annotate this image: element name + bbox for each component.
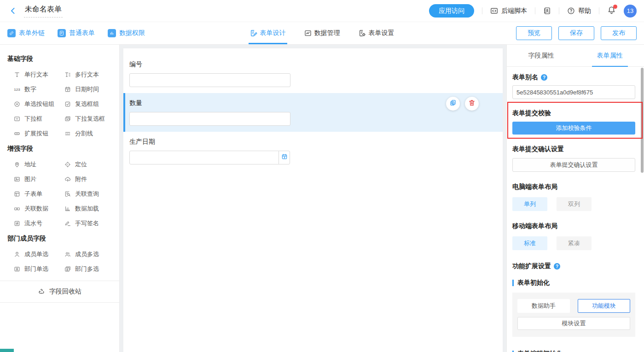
layout-option[interactable]: 单列 [512, 197, 547, 211]
form-field-row[interactable]: 生产日期 [123, 132, 503, 170]
toolbar-action-button[interactable]: 保存 [558, 26, 594, 40]
address-icon [14, 161, 20, 168]
palette-field-item[interactable]: 成员多选 [64, 247, 119, 262]
recycle-label: 字段回收站 [49, 287, 81, 296]
toolbar-left-group: 表单外链 普通表单 数据权限 [7, 29, 145, 37]
init-tab[interactable]: 数据助手 [517, 299, 570, 313]
dept-single-icon [14, 266, 20, 272]
design-icon [250, 29, 257, 37]
mobile-layout-options: 标准 紧凑 [512, 236, 635, 250]
palette-field-item[interactable]: 成员单选 [14, 247, 64, 262]
serial-number-icon [14, 220, 20, 227]
doc-icon [58, 29, 66, 37]
module-settings-button[interactable]: 模块设置 [517, 317, 630, 330]
palette-field-item[interactable]: 地址 [14, 157, 64, 172]
form-designer-app: 未命名表单 应用访问 后端脚本 帮助 13 [0, 0, 644, 352]
main-tab[interactable]: 表单设置 [359, 22, 395, 44]
notification-dot [613, 5, 617, 9]
help-icon[interactable]: ? [554, 263, 560, 270]
palette-field-label: 日期时间 [75, 85, 99, 94]
form-field-row-selected[interactable]: 数量 [123, 93, 503, 132]
palette-field-label: 数字 [24, 85, 36, 94]
field-text-input[interactable] [129, 73, 290, 87]
add-validation-button[interactable]: 添加校验条件 [512, 122, 635, 135]
palette-field-item[interactable]: 多行文本 [64, 67, 119, 82]
submit-confirm-button[interactable]: 表单提交确认设置 [512, 158, 635, 172]
multi-line-text-icon [64, 71, 71, 78]
question-circle-icon [567, 7, 575, 15]
extension-settings-label: 功能扩展设置 [512, 262, 551, 270]
toolbar-link[interactable]: 表单外链 [7, 29, 45, 37]
calendar-picker-button[interactable] [278, 151, 290, 164]
multi-select-icon [64, 116, 71, 122]
help-icon[interactable]: ? [541, 74, 547, 81]
section-title-enhanced: 增强字段 [0, 141, 119, 157]
palette-field-item[interactable]: 子表单 [14, 187, 64, 201]
basic-fields-grid: 单行文本 多行文本 123 数字 日期时间 [0, 67, 119, 141]
notification-bell-icon[interactable] [607, 6, 616, 16]
panel-scrollbar[interactable] [641, 68, 644, 173]
section-title-basic: 基础字段 [0, 51, 119, 67]
palette-field-item[interactable]: 部门多选 [64, 262, 119, 276]
palette-field-item[interactable]: 123 数字 [14, 82, 64, 97]
backend-script-button[interactable]: 后端脚本 [490, 7, 527, 15]
init-tab[interactable]: 功能模块 [578, 299, 630, 313]
palette-field-item[interactable]: 数据加载 [64, 201, 119, 216]
contacts-icon[interactable] [543, 7, 551, 15]
palette-field-item[interactable]: 流水号 [14, 216, 64, 231]
layout-option[interactable]: 双列 [557, 197, 592, 211]
avatar[interactable]: 13 [624, 5, 637, 18]
palette-field-item[interactable]: 关联数据 [14, 201, 64, 216]
palette-field-item[interactable]: 分割线 [64, 126, 119, 141]
palette-field-label: 多行文本 [75, 70, 99, 79]
palette-field-item[interactable]: 单行文本 [14, 67, 64, 82]
palette-field-item[interactable]: 图片 [14, 172, 64, 187]
delete-field-button[interactable] [465, 97, 479, 111]
image-icon [14, 176, 20, 182]
canvas-background: 编号 数量 生产日期 [120, 45, 506, 352]
palette-field-item[interactable]: 扩展按钮 [14, 126, 64, 141]
app-access-button[interactable]: 应用访问 [429, 4, 474, 18]
toolbar-action-button[interactable]: 发布 [601, 26, 637, 40]
field-text-input[interactable] [129, 112, 290, 126]
layout-option[interactable]: 紧凑 [557, 236, 592, 250]
layout-option[interactable]: 标准 [512, 236, 547, 250]
help-button[interactable]: 帮助 [567, 7, 591, 15]
main-tab[interactable]: 数据管理 [304, 22, 340, 44]
toolbar-link-label: 表单外链 [19, 29, 45, 37]
palette-field-item[interactable]: 附件 [64, 172, 119, 187]
palette-field-item[interactable]: 下拉复选框 [64, 111, 119, 126]
checkbox-group-icon [64, 101, 71, 107]
form-title[interactable]: 未命名表单 [24, 4, 63, 18]
palette-field-item[interactable]: 日期时间 [64, 82, 119, 97]
palette-field-label: 数据加载 [75, 205, 99, 213]
alias-label: 表单别名 [512, 73, 538, 82]
back-icon[interactable] [7, 6, 18, 17]
properties-tab[interactable]: 表单属性 [575, 45, 644, 66]
form-alias-input[interactable] [512, 85, 635, 99]
palette-field-label: 关联查询 [75, 190, 99, 198]
field-recycle-bin[interactable]: 字段回收站 [0, 281, 119, 303]
main-tab[interactable]: 表单设计 [250, 22, 286, 44]
toolbar-action-button[interactable]: 预览 [516, 26, 552, 40]
properties-tab[interactable]: 字段属性 [507, 45, 575, 66]
palette-field-label: 成员多选 [75, 250, 99, 258]
palette-field-item[interactable]: 复选框组 [64, 97, 119, 111]
field-date-input[interactable] [129, 151, 279, 164]
palette-field-label: 附件 [75, 175, 87, 183]
copy-field-button[interactable] [446, 97, 460, 111]
field-actions [446, 97, 479, 111]
palette-field-item[interactable]: 手写签名 [64, 216, 119, 231]
date-input-group [129, 151, 497, 164]
palette-field-item[interactable]: 定位 [64, 157, 119, 172]
toolbar-link[interactable]: 普通表单 [58, 29, 95, 37]
palette-field-item[interactable]: 部门单选 [14, 262, 64, 276]
form-field-row[interactable]: 编号 [123, 54, 503, 93]
divider [535, 7, 535, 14]
trash-icon [468, 99, 476, 108]
palette-field-item[interactable]: 单选按钮组 [14, 97, 64, 111]
palette-field-item[interactable]: 下拉框 [14, 111, 64, 126]
help-label: 帮助 [578, 7, 591, 15]
toolbar-link[interactable]: 数据权限 [108, 29, 145, 37]
palette-field-item[interactable]: 关联查询 [64, 187, 119, 201]
